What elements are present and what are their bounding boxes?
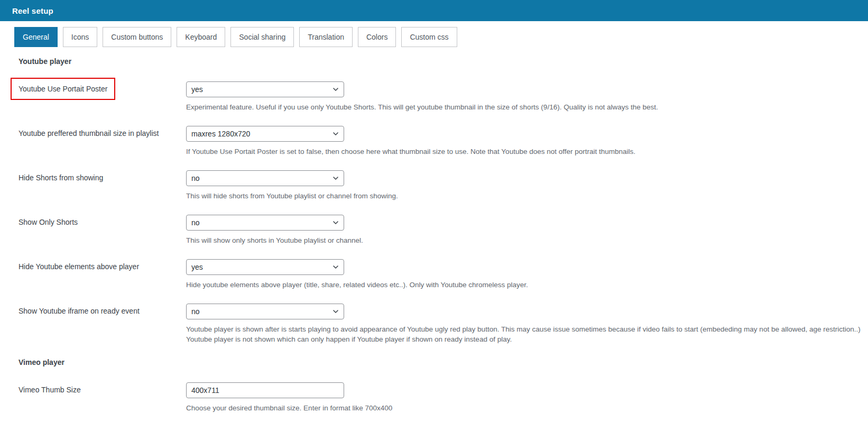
setting-control-col: no Youtube player is shown after is star…	[186, 304, 868, 344]
setting-control-col: Choose your desired thumbnail size. Ente…	[186, 382, 868, 413]
tab-colors[interactable]: Colors	[358, 27, 396, 47]
setting-row-hide-youtube-elements-above-player: Hide Youtube elements above player yes H…	[19, 259, 868, 290]
page-header: Reel setup	[0, 0, 868, 21]
setting-label: Show Youtube iframe on ready event	[19, 304, 186, 315]
tab-translation[interactable]: Translation	[299, 27, 353, 47]
section-heading-vimeo-player: Vimeo player	[19, 358, 868, 366]
show-youtube-iframe-on-ready-event-select[interactable]: no	[186, 304, 344, 319]
hide-youtube-elements-above-player-select[interactable]: yes	[186, 259, 344, 275]
tab-general[interactable]: General	[14, 27, 58, 47]
tab-icons[interactable]: Icons	[63, 27, 97, 47]
select-wrap: yes	[186, 81, 344, 97]
vimeo-thumb-size-input[interactable]	[186, 382, 344, 398]
setting-row-vimeo-thumb-size: Vimeo Thumb Size Choose your desired thu…	[19, 382, 868, 413]
setting-description: This will hide shorts from Youtube playl…	[186, 191, 868, 201]
setting-description: Hide youtube elements above player (titl…	[186, 280, 868, 290]
setting-row-youtube-use-portrait-poster: Youtube Use Portait Poster yes Experimen…	[19, 81, 868, 112]
page-title: Reel setup	[12, 6, 53, 15]
setting-row-show-only-shorts: Show Only Shorts no This will show only …	[19, 215, 868, 245]
section-heading-youtube-player: Youtube player	[19, 57, 868, 66]
setting-control-col: no This will show only shorts in Youtube…	[186, 215, 868, 245]
setting-description: If Youtube Use Portait Poster is set to …	[186, 146, 868, 157]
setting-description: This will show only shorts in Youtube pl…	[186, 235, 868, 245]
setting-control-col: yes Experimental feature. Useful if you …	[186, 81, 868, 112]
setting-row-show-youtube-iframe-on-ready-event: Show Youtube iframe on ready event no Yo…	[19, 304, 868, 344]
select-wrap: no	[186, 215, 344, 231]
hide-shorts-from-showing-select[interactable]: no	[186, 170, 344, 186]
tab-social-sharing[interactable]: Social sharing	[230, 27, 294, 47]
setting-label-col: Youtube Use Portait Poster	[19, 81, 186, 93]
show-only-shorts-select[interactable]: no	[186, 215, 344, 231]
setting-control-col: no This will hide shorts from Youtube pl…	[186, 170, 868, 201]
setting-label: Hide Youtube elements above player	[19, 259, 186, 271]
youtube-use-portrait-poster-select[interactable]: yes	[186, 81, 344, 97]
setting-description: Experimental feature. Useful if you use …	[186, 102, 868, 112]
setting-row-hide-shorts-from-showing: Hide Shorts from showing no This will hi…	[19, 170, 868, 201]
setting-label: Vimeo Thumb Size	[19, 382, 186, 394]
tab-custom-buttons[interactable]: Custom buttons	[103, 27, 171, 47]
setting-description: Choose your desired thumbnail size. Ente…	[186, 403, 868, 413]
youtube-preferred-thumbnail-size-select[interactable]: maxres 1280x720	[186, 126, 344, 142]
setting-control-col: yes Hide youtube elements above player (…	[186, 259, 868, 290]
setting-description: Youtube player is shown after is starts …	[186, 324, 868, 344]
tab-custom-css[interactable]: Custom css	[401, 27, 457, 47]
tab-keyboard[interactable]: Keyboard	[177, 27, 225, 47]
select-wrap: yes	[186, 259, 344, 275]
setting-control-col: maxres 1280x720 If Youtube Use Portait P…	[186, 126, 868, 157]
tab-bar: General Icons Custom buttons Keyboard So…	[0, 21, 868, 47]
setting-row-youtube-preferred-thumbnail-size: Youtube preffered thumbnail size in play…	[19, 126, 868, 157]
select-wrap: maxres 1280x720	[186, 126, 344, 142]
select-wrap: no	[186, 304, 344, 319]
setting-label: Show Only Shorts	[19, 215, 186, 226]
setting-label: Hide Shorts from showing	[19, 170, 186, 182]
highlighted-setting-label: Youtube Use Portait Poster	[11, 78, 115, 100]
settings-content: Youtube player Youtube Use Portait Poste…	[0, 57, 868, 413]
setting-label: Youtube preffered thumbnail size in play…	[19, 126, 186, 138]
select-wrap: no	[186, 170, 344, 186]
